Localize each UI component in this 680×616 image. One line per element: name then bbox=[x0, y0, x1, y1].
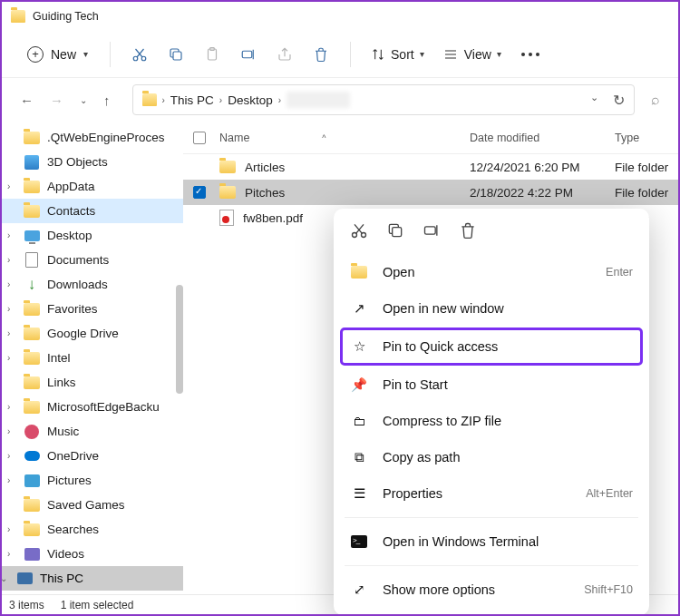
column-type[interactable]: Type bbox=[615, 132, 678, 144]
context-menu: Open Enter ↗ Open in new window ☆ Pin to… bbox=[334, 209, 649, 615]
pictures-icon bbox=[24, 474, 40, 488]
file-date: 12/24/2021 6:20 PM bbox=[470, 161, 615, 174]
plus-icon: + bbox=[27, 46, 44, 63]
sidebar-item[interactable]: Links bbox=[2, 370, 183, 395]
sort-button[interactable]: Sort ▾ bbox=[364, 42, 432, 67]
chevron-icon: › bbox=[7, 328, 16, 338]
column-name[interactable]: Name^ bbox=[216, 132, 470, 144]
share-icon[interactable] bbox=[268, 38, 301, 71]
chevron-icon: › bbox=[7, 524, 16, 534]
sidebar-item[interactable]: ›Desktop bbox=[2, 223, 183, 248]
separator bbox=[345, 565, 638, 566]
sidebar-item[interactable]: ›Searches bbox=[2, 517, 183, 542]
recent-button[interactable]: ⌄ bbox=[80, 95, 87, 105]
sidebar-item[interactable]: 3D Objects bbox=[2, 150, 183, 174]
folder-icon bbox=[24, 327, 40, 341]
chevron-down-icon: ▾ bbox=[83, 49, 88, 59]
sidebar-item[interactable]: ›Music bbox=[2, 419, 183, 444]
ctx-compress-zip[interactable]: 🗀 Compress to ZIP file bbox=[334, 403, 649, 439]
file-name: fw8ben.pdf bbox=[243, 211, 303, 225]
chevron-down-icon: ▾ bbox=[420, 49, 424, 59]
title-bar: Guiding Tech bbox=[2, 2, 678, 31]
chevron-icon: › bbox=[7, 426, 16, 436]
status-item-count: 3 items bbox=[9, 599, 44, 611]
chevron-down-icon: ▾ bbox=[497, 49, 501, 59]
nav-row: ← → ⌄ ↑ › This PC › Desktop › ⌄ ↻ ⌕ bbox=[2, 78, 678, 122]
delete-icon[interactable] bbox=[305, 38, 337, 71]
sidebar-item[interactable]: ›Videos bbox=[2, 542, 183, 566]
ctx-properties[interactable]: ☰ Properties Alt+Enter bbox=[334, 475, 649, 512]
new-button[interactable]: + New ▾ bbox=[18, 41, 97, 68]
sidebar-item[interactable]: ›Favorites bbox=[2, 297, 183, 321]
chevron-icon: ⌄ bbox=[2, 573, 9, 583]
ctx-open-new-window[interactable]: ↗ Open in new window bbox=[334, 290, 649, 327]
table-row[interactable]: Articles12/24/2021 6:20 PMFile folder bbox=[183, 154, 678, 180]
up-button[interactable]: ↑ bbox=[103, 93, 111, 108]
sidebar-item[interactable]: Saved Games bbox=[2, 493, 183, 517]
music-icon bbox=[24, 425, 40, 439]
sidebar-item[interactable]: ›↓Downloads bbox=[2, 272, 183, 297]
video-icon bbox=[24, 547, 40, 562]
sidebar-item-thispc[interactable]: ⌄ This PC bbox=[2, 566, 183, 591]
ctx-pin-quick-access[interactable]: ☆ Pin to Quick access bbox=[341, 328, 642, 365]
chevron-icon: › bbox=[7, 181, 16, 191]
sidebar-item[interactable]: ›AppData bbox=[2, 174, 183, 199]
back-button[interactable]: ← bbox=[20, 93, 34, 108]
address-bar[interactable]: › This PC › Desktop › ⌄ ↻ bbox=[132, 84, 636, 115]
chevron-icon: › bbox=[7, 475, 16, 485]
folder-icon bbox=[24, 302, 40, 317]
folder-icon bbox=[24, 523, 40, 537]
sidebar-item[interactable]: ›OneDrive bbox=[2, 444, 183, 468]
cube-icon bbox=[24, 155, 40, 170]
select-all-checkbox[interactable] bbox=[193, 132, 206, 144]
table-row[interactable]: Pitches2/18/2022 4:22 PMFile folder bbox=[183, 180, 678, 205]
monitor-icon bbox=[24, 229, 40, 243]
cut-icon[interactable] bbox=[123, 38, 156, 71]
rename-icon[interactable] bbox=[232, 38, 265, 71]
forward-button[interactable]: → bbox=[50, 93, 63, 108]
sidebar-item[interactable]: Contacts bbox=[2, 199, 183, 223]
sidebar: .QtWebEngineProces3D Objects›AppDataCont… bbox=[2, 122, 183, 594]
sidebar-item[interactable]: ›MicrosoftEdgeBacku bbox=[2, 395, 183, 419]
ctx-copy-path[interactable]: ⧉ Copy as path bbox=[334, 439, 649, 475]
file-date: 2/18/2022 4:22 PM bbox=[470, 186, 615, 200]
refresh-button[interactable]: ↻ bbox=[613, 92, 625, 109]
svg-rect-9 bbox=[425, 227, 436, 234]
ctx-pin-start[interactable]: 📌 Pin to Start bbox=[334, 367, 649, 403]
cut-icon[interactable] bbox=[350, 221, 368, 243]
more-button[interactable] bbox=[512, 53, 549, 56]
sidebar-item[interactable]: ›Documents bbox=[2, 248, 183, 272]
breadcrumb-desktop[interactable]: Desktop bbox=[228, 93, 273, 107]
breadcrumb-thispc[interactable]: This PC bbox=[170, 93, 214, 107]
sidebar-item-label: MicrosoftEdgeBacku bbox=[47, 400, 160, 414]
sidebar-item[interactable]: .QtWebEngineProces bbox=[2, 125, 183, 150]
view-button[interactable]: View ▾ bbox=[435, 42, 509, 67]
folder-icon bbox=[351, 266, 367, 279]
separator bbox=[350, 42, 351, 67]
copy-icon[interactable] bbox=[160, 38, 192, 71]
ctx-show-more[interactable]: ⤢ Show more options Shift+F10 bbox=[334, 572, 649, 608]
more-icon: ⤢ bbox=[350, 582, 368, 597]
sidebar-item[interactable]: ›Pictures bbox=[2, 468, 183, 493]
sidebar-item-label: Links bbox=[47, 376, 76, 389]
folder-icon bbox=[24, 400, 40, 415]
ctx-open[interactable]: Open Enter bbox=[334, 254, 649, 290]
ctx-windows-terminal[interactable]: Open in Windows Terminal bbox=[334, 523, 649, 560]
sidebar-item[interactable]: ›Google Drive bbox=[2, 321, 183, 346]
copy-icon[interactable] bbox=[386, 221, 404, 243]
chevron-icon: › bbox=[7, 402, 16, 412]
sort-label: Sort bbox=[391, 47, 414, 62]
paste-icon[interactable] bbox=[196, 38, 228, 71]
scrollbar[interactable] bbox=[176, 285, 183, 394]
column-date[interactable]: Date modified bbox=[470, 132, 615, 144]
delete-icon[interactable] bbox=[459, 221, 477, 243]
rename-icon[interactable] bbox=[423, 221, 441, 243]
sidebar-item[interactable]: ›Intel bbox=[2, 346, 183, 370]
file-type: File folder bbox=[615, 186, 678, 200]
sidebar-item-label: OneDrive bbox=[47, 449, 99, 463]
search-icon[interactable]: ⌕ bbox=[651, 92, 667, 108]
svg-rect-8 bbox=[393, 228, 402, 237]
row-checkbox[interactable] bbox=[193, 186, 206, 199]
address-dropdown[interactable]: ⌄ bbox=[590, 92, 598, 109]
separator bbox=[345, 517, 638, 518]
